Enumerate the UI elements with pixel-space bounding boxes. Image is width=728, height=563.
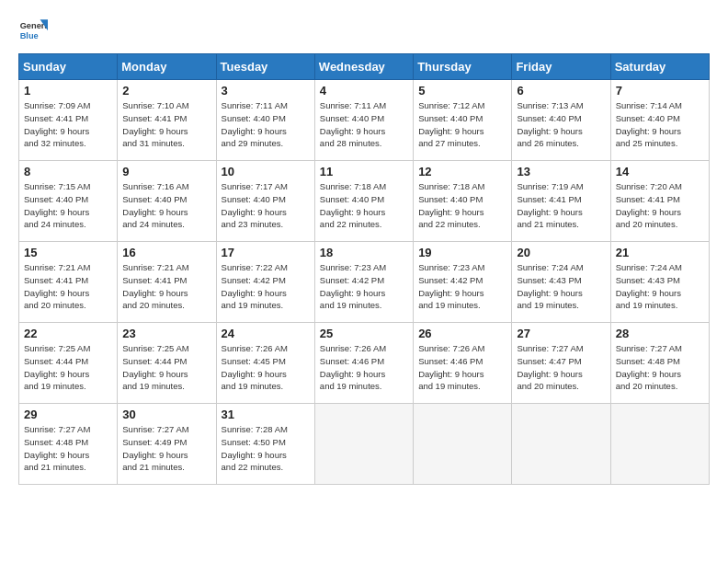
calendar-cell: 25Sunrise: 7:26 AM Sunset: 4:46 PM Dayli…: [314, 323, 413, 404]
day-info: Sunrise: 7:28 AM Sunset: 4:50 PM Dayligh…: [222, 423, 310, 474]
calendar-cell: [314, 404, 413, 485]
day-info: Sunrise: 7:18 AM Sunset: 4:40 PM Dayligh…: [320, 180, 408, 231]
logo-icon: General Blue: [18, 17, 48, 46]
calendar-cell: 23Sunrise: 7:25 AM Sunset: 4:44 PM Dayli…: [118, 323, 216, 404]
day-info: Sunrise: 7:19 AM Sunset: 4:41 PM Dayligh…: [517, 180, 605, 231]
day-info: Sunrise: 7:16 AM Sunset: 4:40 PM Dayligh…: [122, 180, 210, 231]
day-info: Sunrise: 7:24 AM Sunset: 4:43 PM Dayligh…: [517, 261, 605, 312]
day-info: Sunrise: 7:12 AM Sunset: 4:40 PM Dayligh…: [418, 99, 506, 150]
col-header-friday: Friday: [512, 54, 610, 80]
day-info: Sunrise: 7:14 AM Sunset: 4:40 PM Dayligh…: [616, 99, 704, 150]
day-number: 25: [320, 327, 408, 340]
day-info: Sunrise: 7:27 AM Sunset: 4:49 PM Dayligh…: [122, 423, 210, 474]
day-number: 13: [517, 165, 605, 178]
calendar-cell: 21Sunrise: 7:24 AM Sunset: 4:43 PM Dayli…: [610, 242, 709, 323]
day-number: 7: [616, 84, 704, 98]
calendar-cell: 26Sunrise: 7:26 AM Sunset: 4:46 PM Dayli…: [414, 323, 512, 404]
calendar-cell: 9Sunrise: 7:16 AM Sunset: 4:40 PM Daylig…: [118, 161, 216, 242]
logo: General Blue: [18, 17, 48, 46]
calendar-cell: 17Sunrise: 7:22 AM Sunset: 4:42 PM Dayli…: [216, 242, 314, 323]
day-number: 3: [222, 84, 310, 98]
calendar-table: SundayMondayTuesdayWednesdayThursdayFrid…: [18, 53, 710, 485]
day-number: 30: [122, 408, 210, 421]
col-header-sunday: Sunday: [19, 54, 118, 80]
day-number: 16: [122, 246, 210, 259]
calendar-cell: 6Sunrise: 7:13 AM Sunset: 4:40 PM Daylig…: [512, 80, 610, 161]
calendar-cell: [610, 404, 709, 485]
week-row-1: 1Sunrise: 7:09 AM Sunset: 4:41 PM Daylig…: [19, 80, 710, 161]
day-number: 1: [24, 84, 112, 98]
calendar-cell: 14Sunrise: 7:20 AM Sunset: 4:41 PM Dayli…: [610, 161, 709, 242]
calendar-cell: 8Sunrise: 7:15 AM Sunset: 4:40 PM Daylig…: [19, 161, 118, 242]
calendar-cell: 29Sunrise: 7:27 AM Sunset: 4:48 PM Dayli…: [19, 404, 118, 485]
day-info: Sunrise: 7:17 AM Sunset: 4:40 PM Dayligh…: [222, 180, 310, 231]
day-info: Sunrise: 7:23 AM Sunset: 4:42 PM Dayligh…: [418, 261, 506, 312]
col-header-thursday: Thursday: [414, 54, 512, 80]
day-info: Sunrise: 7:15 AM Sunset: 4:40 PM Dayligh…: [24, 180, 112, 231]
day-number: 20: [517, 246, 605, 259]
week-row-4: 22Sunrise: 7:25 AM Sunset: 4:44 PM Dayli…: [19, 323, 710, 404]
day-info: Sunrise: 7:25 AM Sunset: 4:44 PM Dayligh…: [122, 342, 210, 393]
week-row-3: 15Sunrise: 7:21 AM Sunset: 4:41 PM Dayli…: [19, 242, 710, 323]
day-info: Sunrise: 7:27 AM Sunset: 4:48 PM Dayligh…: [24, 423, 112, 474]
day-info: Sunrise: 7:11 AM Sunset: 4:40 PM Dayligh…: [320, 99, 408, 150]
day-number: 5: [418, 84, 506, 98]
day-info: Sunrise: 7:24 AM Sunset: 4:43 PM Dayligh…: [616, 261, 704, 312]
calendar-cell: [414, 404, 512, 485]
calendar-cell: 24Sunrise: 7:26 AM Sunset: 4:45 PM Dayli…: [216, 323, 314, 404]
day-info: Sunrise: 7:10 AM Sunset: 4:41 PM Dayligh…: [122, 99, 210, 150]
calendar-cell: 18Sunrise: 7:23 AM Sunset: 4:42 PM Dayli…: [314, 242, 413, 323]
week-row-5: 29Sunrise: 7:27 AM Sunset: 4:48 PM Dayli…: [19, 404, 710, 485]
calendar-cell: 13Sunrise: 7:19 AM Sunset: 4:41 PM Dayli…: [512, 161, 610, 242]
day-info: Sunrise: 7:09 AM Sunset: 4:41 PM Dayligh…: [24, 99, 112, 150]
day-info: Sunrise: 7:26 AM Sunset: 4:46 PM Dayligh…: [320, 342, 408, 393]
col-header-wednesday: Wednesday: [314, 54, 413, 80]
calendar-cell: 5Sunrise: 7:12 AM Sunset: 4:40 PM Daylig…: [414, 80, 512, 161]
day-number: 29: [24, 408, 112, 421]
calendar-cell: 2Sunrise: 7:10 AM Sunset: 4:41 PM Daylig…: [118, 80, 216, 161]
calendar-cell: 16Sunrise: 7:21 AM Sunset: 4:41 PM Dayli…: [118, 242, 216, 323]
day-info: Sunrise: 7:27 AM Sunset: 4:48 PM Dayligh…: [616, 342, 704, 393]
calendar-cell: 22Sunrise: 7:25 AM Sunset: 4:44 PM Dayli…: [19, 323, 118, 404]
week-row-2: 8Sunrise: 7:15 AM Sunset: 4:40 PM Daylig…: [19, 161, 710, 242]
day-info: Sunrise: 7:11 AM Sunset: 4:40 PM Dayligh…: [222, 99, 310, 150]
day-number: 11: [320, 165, 408, 178]
day-number: 19: [418, 246, 506, 259]
calendar-cell: 28Sunrise: 7:27 AM Sunset: 4:48 PM Dayli…: [610, 323, 709, 404]
calendar-cell: 31Sunrise: 7:28 AM Sunset: 4:50 PM Dayli…: [216, 404, 314, 485]
calendar-cell: 27Sunrise: 7:27 AM Sunset: 4:47 PM Dayli…: [512, 323, 610, 404]
page: General Blue SundayMondayTuesdayWednesda…: [0, 0, 728, 496]
day-info: Sunrise: 7:25 AM Sunset: 4:44 PM Dayligh…: [24, 342, 112, 393]
day-number: 4: [320, 84, 408, 98]
day-number: 31: [222, 408, 310, 421]
svg-text:Blue: Blue: [20, 31, 39, 40]
day-info: Sunrise: 7:18 AM Sunset: 4:40 PM Dayligh…: [418, 180, 506, 231]
day-info: Sunrise: 7:27 AM Sunset: 4:47 PM Dayligh…: [517, 342, 605, 393]
calendar-cell: 1Sunrise: 7:09 AM Sunset: 4:41 PM Daylig…: [19, 80, 118, 161]
col-header-tuesday: Tuesday: [216, 54, 314, 80]
day-number: 8: [24, 165, 112, 178]
day-number: 17: [222, 246, 310, 259]
day-number: 12: [418, 165, 506, 178]
day-number: 23: [122, 327, 210, 340]
calendar-cell: 15Sunrise: 7:21 AM Sunset: 4:41 PM Dayli…: [19, 242, 118, 323]
day-number: 27: [517, 327, 605, 340]
day-number: 6: [517, 84, 605, 98]
header-row: SundayMondayTuesdayWednesdayThursdayFrid…: [19, 54, 710, 80]
day-info: Sunrise: 7:13 AM Sunset: 4:40 PM Dayligh…: [517, 99, 605, 150]
col-header-saturday: Saturday: [610, 54, 709, 80]
day-number: 24: [222, 327, 310, 340]
day-info: Sunrise: 7:26 AM Sunset: 4:46 PM Dayligh…: [418, 342, 506, 393]
calendar-cell: 30Sunrise: 7:27 AM Sunset: 4:49 PM Dayli…: [118, 404, 216, 485]
day-info: Sunrise: 7:23 AM Sunset: 4:42 PM Dayligh…: [320, 261, 408, 312]
day-number: 15: [24, 246, 112, 259]
day-info: Sunrise: 7:26 AM Sunset: 4:45 PM Dayligh…: [222, 342, 310, 393]
calendar-cell: [512, 404, 610, 485]
day-number: 10: [222, 165, 310, 178]
calendar-cell: 10Sunrise: 7:17 AM Sunset: 4:40 PM Dayli…: [216, 161, 314, 242]
day-number: 22: [24, 327, 112, 340]
day-number: 14: [616, 165, 704, 178]
day-number: 28: [616, 327, 704, 340]
day-info: Sunrise: 7:21 AM Sunset: 4:41 PM Dayligh…: [122, 261, 210, 312]
day-info: Sunrise: 7:21 AM Sunset: 4:41 PM Dayligh…: [24, 261, 112, 312]
